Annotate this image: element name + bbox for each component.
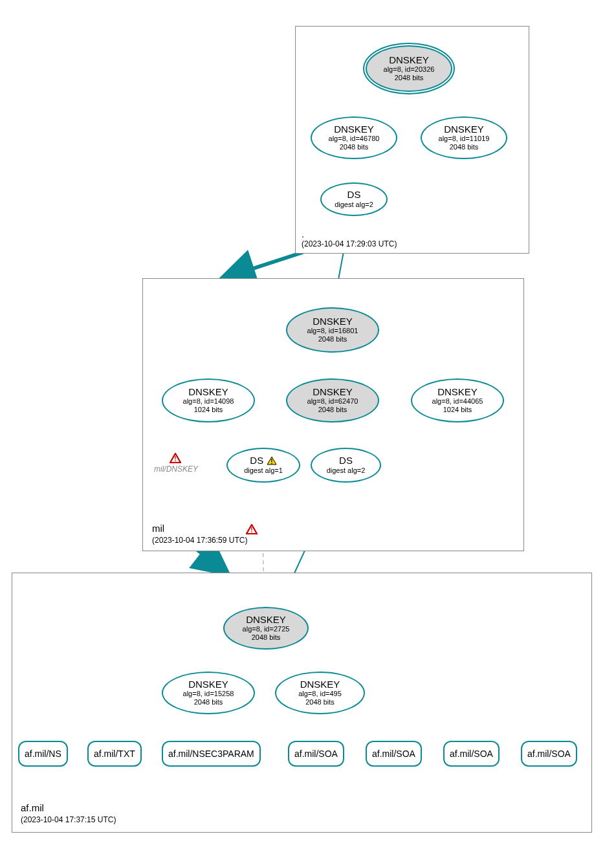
- node-af-k2: DNSKEY alg=8, id=495 2048 bits: [275, 672, 365, 714]
- node-bits: 2048 bits: [194, 698, 223, 706]
- node-root-zsk1: DNSKEY alg=8, id=46780 2048 bits: [311, 116, 397, 159]
- node-title: DNSKEY: [300, 679, 340, 690]
- rrset-soa-3: af.mil/SOA: [443, 741, 500, 767]
- zone-afmil-timestamp: (2023-10-04 17:37:15 UTC): [21, 815, 116, 824]
- rrset-ns: af.mil/NS: [18, 741, 68, 767]
- rrset-nsec3param: af.mil/NSEC3PARAM: [162, 741, 261, 767]
- zone-mil-timestamp: (2023-10-04 17:36:59 UTC): [152, 536, 247, 545]
- svg-text:!: !: [250, 527, 252, 534]
- node-bits: 2048 bits: [252, 633, 281, 642]
- node-alg: alg=8, id=14098: [183, 397, 234, 406]
- node-title: DNSKEY: [334, 124, 374, 135]
- node-bits: 1024 bits: [443, 406, 472, 414]
- node-bits: 2048 bits: [340, 143, 369, 151]
- node-alg: alg=8, id=15258: [183, 690, 234, 698]
- node-root-zsk2: DNSKEY alg=8, id=11019 2048 bits: [421, 116, 507, 159]
- node-mil-ds2: DS digest alg=2: [311, 448, 381, 483]
- zone-root-timestamp: (2023-10-04 17:29:03 UTC): [302, 239, 397, 248]
- node-alg: digest alg=2: [327, 466, 366, 475]
- node-alg: alg=8, id=11019: [439, 135, 490, 143]
- node-title: DNSKEY: [444, 124, 484, 135]
- zone-root-name: .: [302, 228, 304, 239]
- node-alg: alg=8, id=16801: [307, 327, 358, 335]
- node-af-k1: DNSKEY alg=8, id=15258 2048 bits: [162, 672, 255, 714]
- node-mil-k3: DNSKEY alg=8, id=44065 1024 bits: [411, 378, 504, 422]
- node-alg: digest alg=1: [244, 466, 283, 475]
- node-title: DNSKEY: [437, 387, 478, 398]
- error-label-mil-dnskey: mil/DNSKEY: [154, 465, 198, 474]
- node-alg: alg=8, id=44065: [432, 397, 483, 406]
- warning-icon: !: [267, 456, 277, 465]
- node-title: DS: [250, 455, 263, 466]
- rrset-soa-1: af.mil/SOA: [288, 741, 344, 767]
- node-title: DNSKEY: [188, 679, 228, 690]
- node-bits: 1024 bits: [194, 406, 223, 414]
- node-title: DNSKEY: [313, 387, 353, 398]
- zone-afmil-name: af.mil: [21, 802, 44, 813]
- node-title: DNSKEY: [246, 615, 286, 626]
- node-mil-k1: DNSKEY alg=8, id=14098 1024 bits: [162, 378, 255, 422]
- node-alg: alg=8, id=2725: [243, 625, 290, 633]
- node-alg: alg=8, id=62470: [307, 397, 358, 406]
- rrset-soa-4: af.mil/SOA: [521, 741, 577, 767]
- node-bits: 2048 bits: [395, 74, 424, 82]
- node-title: DNSKEY: [188, 387, 228, 398]
- node-title: DS: [339, 455, 353, 466]
- svg-text:!: !: [174, 455, 176, 463]
- node-mil-ds1: DS ! digest alg=1: [226, 448, 300, 483]
- node-title: DS: [347, 190, 361, 201]
- node-bits: 2048 bits: [305, 698, 335, 706]
- svg-text:!: !: [270, 458, 272, 465]
- zone-mil-name: mil: [152, 523, 164, 534]
- node-bits: 2048 bits: [318, 406, 347, 414]
- node-root-ds: DS digest alg=2: [320, 182, 388, 216]
- node-mil-ksk: DNSKEY alg=8, id=16801 2048 bits: [286, 307, 379, 353]
- node-alg: alg=8, id=20326: [384, 65, 435, 74]
- node-af-ksk: DNSKEY alg=8, id=2725 2048 bits: [223, 607, 309, 650]
- node-mil-k2: DNSKEY alg=8, id=62470 2048 bits: [286, 378, 379, 422]
- rrset-soa-2: af.mil/SOA: [366, 741, 422, 767]
- node-alg: alg=8, id=495: [298, 690, 342, 698]
- error-icon: !: [170, 453, 181, 463]
- node-bits: 2048 bits: [318, 335, 347, 344]
- node-alg: alg=8, id=46780: [329, 135, 380, 143]
- node-root-ksk: DNSKEY alg=8, id=20326 2048 bits: [366, 45, 452, 92]
- dnssec-diagram: . (2023-10-04 17:29:03 UTC) mil (2023-10…: [6, 6, 608, 860]
- error-icon: !: [246, 524, 258, 534]
- node-title: DNSKEY: [313, 316, 353, 327]
- node-alg: digest alg=2: [335, 201, 373, 209]
- rrset-txt: af.mil/TXT: [87, 741, 142, 767]
- node-bits: 2048 bits: [450, 143, 479, 151]
- node-title: DNSKEY: [389, 55, 429, 66]
